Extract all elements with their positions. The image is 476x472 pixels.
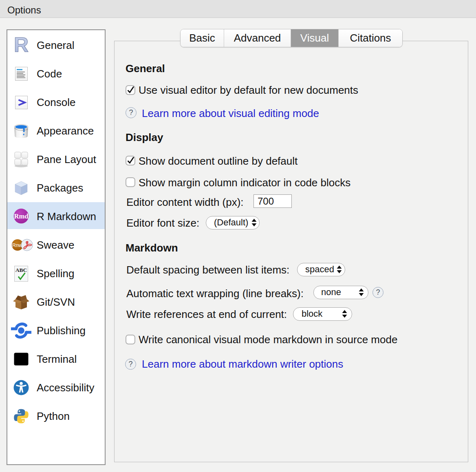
svg-text:Rmd: Rmd <box>14 212 29 220</box>
svg-text:ABC: ABC <box>15 267 27 273</box>
svg-text:Rnw: Rnw <box>12 243 22 248</box>
svg-text:R: R <box>14 36 29 54</box>
